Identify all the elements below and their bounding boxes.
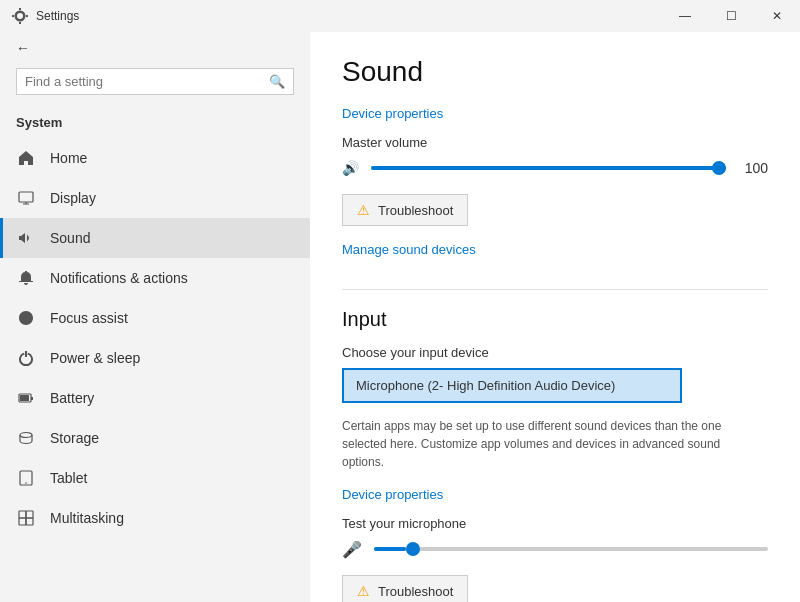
svg-rect-7 <box>19 511 26 518</box>
title-bar-controls: — ☐ ✕ <box>662 0 800 32</box>
choose-input-label: Choose your input device <box>342 345 768 360</box>
mic-volume-slider[interactable] <box>374 539 768 559</box>
sidebar-item-home-label: Home <box>50 150 87 166</box>
sidebar-item-home[interactable]: Home <box>0 138 310 178</box>
svg-rect-3 <box>20 395 29 401</box>
back-arrow-icon: ← <box>16 40 30 56</box>
sound-icon <box>16 228 36 248</box>
slider-thumb[interactable] <box>712 161 726 175</box>
title-bar: Settings — ☐ ✕ <box>0 0 800 32</box>
svg-point-4 <box>20 433 32 438</box>
mic-thumb[interactable] <box>406 542 420 556</box>
input-heading: Input <box>342 308 768 331</box>
sidebar-item-battery-label: Battery <box>50 390 94 406</box>
device-properties-link[interactable]: Device properties <box>342 106 443 121</box>
troubleshoot-button[interactable]: ⚠ Troubleshoot <box>342 194 468 226</box>
svg-rect-8 <box>26 511 33 518</box>
slider-fill <box>371 166 726 170</box>
sidebar-item-multitasking-label: Multitasking <box>50 510 124 526</box>
volume-value: 100 <box>738 160 768 176</box>
power-icon <box>16 348 36 368</box>
input-device-select[interactable]: Microphone (2- High Definition Audio Dev… <box>342 368 682 403</box>
main-layout: ← 🔍 System Home Display Sound <box>0 32 800 602</box>
home-icon <box>16 148 36 168</box>
sidebar-item-focus[interactable]: Focus assist <box>0 298 310 338</box>
master-volume-row: 🔊 100 <box>342 158 768 178</box>
divider-1 <box>342 289 768 290</box>
display-icon <box>16 188 36 208</box>
title-bar-left: Settings <box>12 8 79 24</box>
sidebar-item-sound-label: Sound <box>50 230 90 246</box>
svg-rect-10 <box>26 518 33 525</box>
multitasking-icon <box>16 508 36 528</box>
svg-rect-0 <box>19 192 33 202</box>
volume-icon: 🔊 <box>342 160 359 176</box>
sidebar-item-tablet[interactable]: Tablet <box>0 458 310 498</box>
sidebar: ← 🔍 System Home Display Sound <box>0 32 310 602</box>
sidebar-back-button[interactable]: ← <box>0 32 310 64</box>
svg-rect-9 <box>19 518 26 525</box>
mic-fill <box>374 547 406 551</box>
sidebar-item-display-label: Display <box>50 190 96 206</box>
search-input[interactable] <box>25 74 269 89</box>
search-icon: 🔍 <box>269 74 285 89</box>
test-mic-label: Test your microphone <box>342 516 768 531</box>
sidebar-item-multitasking[interactable]: Multitasking <box>0 498 310 538</box>
mic-track <box>374 547 768 551</box>
svg-point-6 <box>25 482 27 484</box>
warning-icon: ⚠ <box>357 202 370 218</box>
tablet-icon <box>16 468 36 488</box>
sidebar-item-focus-label: Focus assist <box>50 310 128 326</box>
sidebar-item-notifications[interactable]: Notifications & actions <box>0 258 310 298</box>
svg-point-1 <box>24 316 28 320</box>
minimize-button[interactable]: — <box>662 0 708 32</box>
troubleshoot-label-2: Troubleshoot <box>378 584 453 599</box>
sidebar-item-sound[interactable]: Sound <box>0 218 310 258</box>
system-label: System <box>0 111 310 138</box>
sidebar-item-tablet-label: Tablet <box>50 470 87 486</box>
info-text: Certain apps may be set up to use differ… <box>342 417 762 471</box>
slider-track <box>371 166 726 170</box>
sidebar-item-storage-label: Storage <box>50 430 99 446</box>
device-properties-link-2[interactable]: Device properties <box>342 487 443 502</box>
title-bar-title: Settings <box>36 9 79 23</box>
storage-icon <box>16 428 36 448</box>
mic-slider-row: 🎤 <box>342 539 768 559</box>
close-button[interactable]: ✕ <box>754 0 800 32</box>
sidebar-item-notifications-label: Notifications & actions <box>50 270 188 286</box>
sidebar-item-power-label: Power & sleep <box>50 350 140 366</box>
sidebar-item-battery[interactable]: Battery <box>0 378 310 418</box>
focus-icon <box>16 308 36 328</box>
content-area: Sound Device properties Master volume 🔊 … <box>310 32 800 602</box>
microphone-icon: 🎤 <box>342 540 362 559</box>
sidebar-item-display[interactable]: Display <box>0 178 310 218</box>
battery-icon <box>16 388 36 408</box>
maximize-button[interactable]: ☐ <box>708 0 754 32</box>
manage-sound-devices-link[interactable]: Manage sound devices <box>342 242 476 257</box>
troubleshoot-button-2[interactable]: ⚠ Troubleshoot <box>342 575 468 602</box>
notifications-icon <box>16 268 36 288</box>
warning-icon-2: ⚠ <box>357 583 370 599</box>
sidebar-item-power[interactable]: Power & sleep <box>0 338 310 378</box>
master-volume-label: Master volume <box>342 135 768 150</box>
sidebar-item-storage[interactable]: Storage <box>0 418 310 458</box>
troubleshoot-label: Troubleshoot <box>378 203 453 218</box>
settings-icon <box>12 8 28 24</box>
search-box[interactable]: 🔍 <box>16 68 294 95</box>
page-title: Sound <box>342 56 768 88</box>
master-volume-slider[interactable] <box>371 158 726 178</box>
